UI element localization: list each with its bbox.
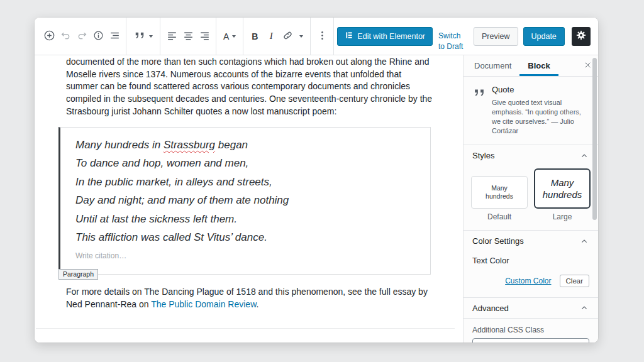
- align-left-icon: [166, 30, 178, 43]
- citation-placeholder[interactable]: Write citation…: [75, 251, 418, 260]
- style-preview-text: Many hundreds: [484, 184, 514, 200]
- elementor-icon: [345, 31, 353, 41]
- block-card-description: Give quoted text visual emphasis. “In qu…: [492, 98, 591, 136]
- style-preview-default: Many hundreds: [471, 176, 528, 209]
- quote-line-text: began: [215, 139, 248, 151]
- editor-more-menu-button[interactable]: [594, 26, 598, 47]
- more-vertical-icon: [316, 30, 328, 43]
- advanced-panel: Advanced Additional CSS Class: [464, 298, 598, 343]
- preview-button[interactable]: Preview: [474, 27, 518, 46]
- more-vertical-icon: [594, 30, 598, 43]
- quote-line[interactable]: In the public market, in alleys and stre…: [75, 173, 418, 192]
- gear-icon: [575, 30, 587, 43]
- color-controls-row: Custom Color Clear: [472, 275, 589, 287]
- advanced-panel-title: Advanced: [472, 304, 509, 313]
- quote-icon: [472, 85, 486, 136]
- sidebar-scrollbar[interactable]: [592, 58, 597, 220]
- block-card: Quote Give quoted text visual emphasis. …: [464, 77, 598, 145]
- inserter-button[interactable]: [41, 26, 57, 47]
- block-switcher-quote[interactable]: [130, 26, 157, 47]
- style-option-default[interactable]: Many hundreds Default: [471, 176, 528, 221]
- style-preview-large: Many hundreds: [534, 168, 591, 209]
- editor-main: documented of the more than ten such con…: [35, 55, 598, 343]
- styles-panel-header[interactable]: Styles: [464, 145, 598, 166]
- style-label-large: Large: [534, 212, 591, 221]
- editor-window: A B I Edit with El: [35, 18, 598, 343]
- quote-block-wrapper: Many hundreds in Strassburg began To dan…: [58, 127, 431, 275]
- link-icon: [282, 30, 294, 43]
- more-formatting-button[interactable]: [296, 26, 307, 47]
- quote-line[interactable]: To dance and hop, women and men,: [75, 154, 418, 173]
- switch-to-draft-button[interactable]: Switch to Draft: [438, 30, 468, 53]
- public-domain-review-link[interactable]: The Public Domain Review: [151, 299, 256, 309]
- custom-color-link[interactable]: Custom Color: [505, 277, 551, 285]
- chevron-down-icon: [232, 35, 236, 38]
- tab-block[interactable]: Block: [519, 55, 558, 76]
- color-settings-panel: Color Settings Text Color Custom Color C…: [464, 231, 598, 298]
- tab-document[interactable]: Document: [466, 55, 519, 76]
- text-color-icon: A: [223, 31, 229, 41]
- paragraph-block-top[interactable]: documented of the more than ten such con…: [66, 56, 433, 118]
- style-option-large[interactable]: Many hundreds Large: [534, 168, 591, 221]
- style-label-default: Default: [471, 212, 528, 221]
- block-breadcrumb-label: Paragraph: [58, 269, 98, 280]
- toolbar-separator: [126, 18, 126, 55]
- color-settings-body: Text Color Custom Color Clear: [464, 251, 598, 297]
- misspelled-word: Strassburg: [164, 139, 215, 151]
- align-right-button[interactable]: [196, 26, 213, 47]
- toolbar-separator: [160, 18, 160, 55]
- advanced-panel-body: Additional CSS Class: [464, 319, 598, 343]
- chevron-down-icon: [299, 35, 303, 38]
- paragraph-block-bottom[interactable]: For more details on The Dancing Plague o…: [66, 286, 433, 310]
- block-card-title: Quote: [492, 85, 591, 94]
- block-navigation-button[interactable]: [106, 26, 123, 47]
- toolbar-separator: [216, 18, 216, 55]
- css-class-input[interactable]: [472, 338, 589, 343]
- css-class-label: Additional CSS Class: [472, 326, 589, 334]
- quote-line[interactable]: Day and night; and many of them ate noth…: [75, 191, 418, 210]
- toolbar-separator: [333, 18, 334, 55]
- toolbar-separator: [310, 18, 311, 55]
- chevron-down-icon: [149, 35, 153, 38]
- block-boundary-divider: [36, 328, 455, 329]
- styles-panel-body: Many hundreds Default Many hundreds Larg…: [464, 166, 598, 230]
- block-navigation-icon: [109, 30, 121, 43]
- link-button[interactable]: [279, 26, 296, 47]
- editor-toolbar: A B I Edit with El: [35, 18, 598, 55]
- block-card-text: Quote Give quoted text visual emphasis. …: [492, 85, 591, 136]
- align-center-icon: [182, 30, 194, 43]
- align-left-button[interactable]: [164, 26, 180, 47]
- update-button[interactable]: Update: [523, 27, 565, 46]
- redo-icon: [76, 30, 88, 43]
- inserter-plus-icon: [43, 29, 56, 44]
- undo-icon: [60, 30, 72, 43]
- paragraph-text: .: [256, 299, 258, 309]
- color-settings-title: Color Settings: [472, 236, 524, 246]
- italic-button[interactable]: I: [263, 26, 279, 47]
- quote-line[interactable]: This affliction was called St Vitus’ dan…: [75, 228, 418, 247]
- edit-with-elementor-button[interactable]: Edit with Elementor: [337, 27, 433, 46]
- text-color-button[interactable]: A: [219, 26, 240, 47]
- chevron-up-icon: [579, 151, 589, 161]
- toolbar-separator: [243, 18, 243, 55]
- block-more-options-button[interactable]: [314, 26, 330, 47]
- clear-color-button[interactable]: Clear: [560, 275, 589, 287]
- align-center-button[interactable]: [180, 26, 196, 47]
- redo-button[interactable]: [74, 26, 90, 47]
- quote-icon: [133, 29, 146, 43]
- color-settings-header[interactable]: Color Settings: [464, 231, 598, 251]
- quote-line[interactable]: Many hundreds in Strassburg began: [75, 136, 418, 155]
- style-preview-text: Many hundreds: [541, 177, 583, 200]
- edit-with-elementor-label: Edit with Elementor: [357, 32, 425, 41]
- styles-panel-title: Styles: [472, 151, 494, 160]
- sidebar-tabs: Document Block: [464, 55, 598, 77]
- settings-toggle-button[interactable]: [572, 27, 591, 46]
- align-right-icon: [199, 30, 211, 43]
- quote-line[interactable]: Until at last the sickness left them.: [75, 210, 418, 229]
- bold-button[interactable]: B: [247, 26, 263, 47]
- quote-line-text: Many hundreds in: [75, 139, 164, 151]
- quote-block[interactable]: Many hundreds in Strassburg began To dan…: [58, 127, 431, 275]
- undo-button[interactable]: [57, 26, 74, 47]
- content-structure-button[interactable]: [90, 26, 106, 47]
- advanced-panel-header[interactable]: Advanced: [464, 298, 598, 319]
